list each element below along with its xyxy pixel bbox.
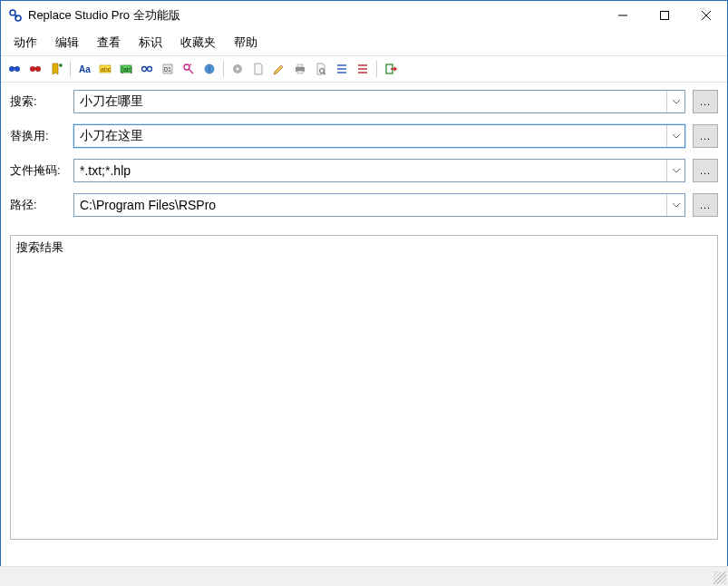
mask-combo[interactable] [73, 159, 685, 182]
path-label: 路径: [10, 197, 73, 213]
path-input[interactable] [74, 194, 666, 216]
binoculars-small-icon[interactable] [137, 59, 157, 79]
replace-label: 替换用: [10, 128, 73, 144]
search-row: 搜索: ... [10, 90, 718, 113]
close-button[interactable] [685, 1, 727, 30]
print-icon[interactable] [290, 59, 310, 79]
svg-text:Aa: Aa [79, 64, 91, 74]
mask-label: 文件掩码: [10, 162, 73, 179]
svg-point-20 [142, 67, 147, 72]
binoculars-blue-icon[interactable] [5, 59, 24, 79]
edit-icon[interactable] [269, 59, 289, 79]
svg-text:abc: abc [101, 66, 112, 73]
mask-more-button[interactable]: ... [693, 159, 718, 182]
list-red-icon[interactable] [353, 59, 373, 79]
path-row: 路径: ... [10, 193, 718, 217]
mask-row: 文件掩码: ... [10, 159, 718, 182]
menubar: 动作 编辑 查看 标识 收藏夹 帮助 [1, 30, 727, 56]
toolbar-separator [223, 61, 224, 77]
minimize-button[interactable] [602, 1, 644, 30]
menu-edit[interactable]: 编辑 [46, 32, 88, 54]
toolbar-separator [70, 61, 71, 77]
statusbar [0, 566, 728, 586]
results-header: 搜索结果 [11, 236, 717, 259]
document-icon[interactable] [248, 59, 268, 79]
mask-input[interactable] [74, 160, 666, 181]
svg-point-21 [148, 67, 152, 72]
svg-text:01: 01 [164, 66, 171, 73]
svg-rect-32 [297, 71, 303, 73]
svg-rect-31 [297, 64, 303, 67]
svg-point-29 [237, 68, 239, 71]
exit-icon[interactable] [381, 59, 401, 79]
globe-icon[interactable] [199, 59, 219, 79]
svg-text:[ab]: [ab] [121, 66, 132, 73]
binoculars-red-icon[interactable] [25, 59, 45, 79]
chevron-down-icon[interactable] [666, 125, 684, 147]
svg-rect-12 [34, 67, 37, 69]
svg-line-25 [189, 69, 193, 73]
chevron-down-icon[interactable] [666, 194, 684, 216]
bookmark-add-icon[interactable] [46, 59, 66, 79]
chevron-down-icon[interactable] [666, 160, 684, 181]
app-icon [8, 8, 23, 23]
svg-point-2 [15, 15, 21, 21]
search-input[interactable] [74, 91, 666, 112]
results-panel: 搜索结果 [10, 235, 718, 540]
replace-more-button[interactable]: ... [693, 124, 718, 148]
replace-row: 替换用: ... [10, 124, 718, 148]
maximize-button[interactable] [644, 1, 685, 30]
case-sensitive-icon[interactable]: Aa [74, 59, 94, 79]
search-combo[interactable] [73, 90, 685, 113]
path-combo[interactable] [73, 193, 685, 217]
window-controls [602, 1, 727, 30]
disk-gray-icon[interactable] [228, 59, 248, 79]
window-title: Replace Studio Pro 全功能版 [28, 7, 602, 24]
preview-icon[interactable] [311, 59, 331, 79]
search-label: 搜索: [10, 93, 73, 110]
menu-action[interactable]: 动作 [5, 32, 46, 54]
regex-icon[interactable]: * [179, 59, 199, 79]
path-more-button[interactable]: ... [693, 193, 718, 217]
resize-grip-icon[interactable] [713, 571, 726, 584]
toolbar: Aa abc [ab] 01 * [1, 56, 727, 83]
form-area: 搜索: ... 替换用: ... 文件掩码: ... 路径: ... [1, 83, 727, 235]
whole-word-yellow-icon[interactable]: abc [95, 59, 115, 79]
menu-help[interactable]: 帮助 [225, 32, 267, 54]
svg-text:*: * [189, 63, 192, 69]
whole-word-green-icon[interactable]: [ab] [116, 59, 136, 79]
menu-favorites[interactable]: 收藏夹 [171, 32, 225, 54]
list-blue-icon[interactable] [332, 59, 352, 79]
replace-combo[interactable] [73, 124, 685, 148]
menu-view[interactable]: 查看 [88, 32, 130, 54]
menu-mark[interactable]: 标识 [130, 32, 171, 54]
search-more-button[interactable]: ... [693, 90, 718, 113]
svg-rect-4 [661, 12, 669, 20]
binary-icon[interactable]: 01 [158, 59, 178, 79]
titlebar: Replace Studio Pro 全功能版 [1, 1, 727, 30]
chevron-down-icon[interactable] [666, 91, 684, 112]
toolbar-separator [376, 61, 377, 77]
replace-input[interactable] [74, 125, 666, 147]
svg-rect-9 [13, 67, 16, 69]
